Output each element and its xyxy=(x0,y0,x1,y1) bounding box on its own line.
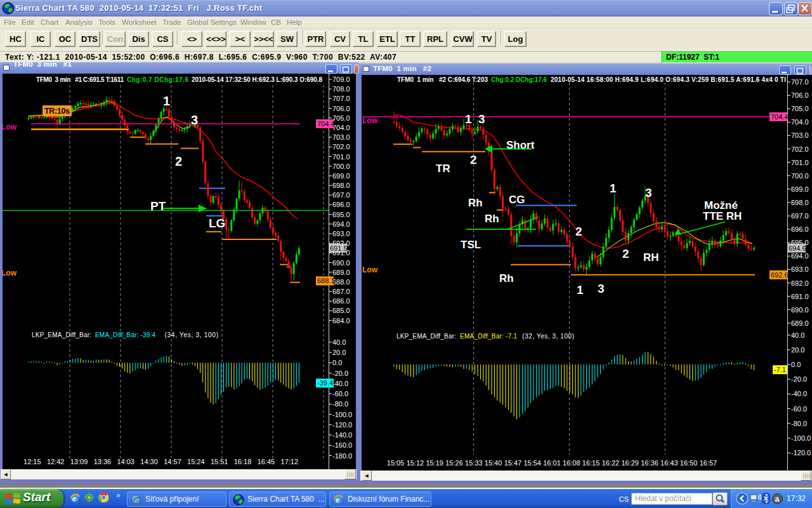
svg-text:16:15: 16:15 xyxy=(582,459,600,467)
svg-text:-60.0: -60.0 xyxy=(332,390,348,398)
svg-text:TTE RH: TTE RH xyxy=(703,210,742,222)
svg-text:-140.0: -140.0 xyxy=(332,431,352,439)
svg-text:16:29: 16:29 xyxy=(621,459,639,467)
svg-text:15:24: 15:24 xyxy=(187,458,205,465)
svg-text:Low: Low xyxy=(3,269,17,277)
svg-text:Low: Low xyxy=(362,265,378,274)
svg-text:14:30: 14:30 xyxy=(140,458,158,465)
svg-text:688.1: 688.1 xyxy=(317,277,335,284)
svg-text:EMA_Diff_Bar: -39.4: EMA_Diff_Bar: -39.4 xyxy=(95,331,155,338)
svg-text:687.0: 687.0 xyxy=(332,288,350,295)
svg-text:-39.4: -39.4 xyxy=(317,379,333,387)
svg-text:16:01: 16:01 xyxy=(543,459,561,467)
svg-text:16:50: 16:50 xyxy=(680,459,698,467)
svg-text:PT: PT xyxy=(150,199,166,213)
svg-text:701.0: 701.0 xyxy=(332,153,350,161)
svg-text:692.6: 692.6 xyxy=(771,271,789,279)
svg-text:704.4: 704.4 xyxy=(317,120,335,128)
svg-text:16:43: 16:43 xyxy=(660,459,678,467)
svg-text:15:51: 15:51 xyxy=(211,458,228,465)
svg-text:694.0: 694.0 xyxy=(791,252,809,260)
svg-text:CG: CG xyxy=(509,194,525,206)
svg-text:20.0: 20.0 xyxy=(791,346,804,354)
svg-text:2: 2 xyxy=(622,247,629,260)
svg-text:705.0: 705.0 xyxy=(332,114,350,122)
svg-text:693.0: 693.0 xyxy=(791,265,809,273)
svg-text:16:45: 16:45 xyxy=(258,458,275,465)
svg-text:691.0: 691.0 xyxy=(791,293,809,300)
svg-text:709.0: 709.0 xyxy=(332,76,350,83)
svg-text:1: 1 xyxy=(610,182,617,195)
svg-text:16:22: 16:22 xyxy=(602,459,620,467)
svg-text:702.0: 702.0 xyxy=(332,143,350,150)
svg-text:(32, Yes, 3, 100): (32, Yes, 3, 100) xyxy=(520,333,574,340)
svg-text:Rh: Rh xyxy=(499,272,514,284)
svg-text:12:42: 12:42 xyxy=(47,458,65,465)
svg-text:TR: TR xyxy=(436,163,450,175)
svg-text:40.0: 40.0 xyxy=(791,331,804,339)
svg-text:685.0: 685.0 xyxy=(332,307,350,314)
svg-text:LKP_EMA_Diff_Bar:: LKP_EMA_Diff_Bar: xyxy=(396,333,458,340)
svg-text:3: 3 xyxy=(645,186,652,199)
svg-text:-80.0: -80.0 xyxy=(791,420,807,427)
svg-text:2010-05-14 16:58:00 H:694.9 L:: 2010-05-14 16:58:00 H:694.9 L:694.0 O:69… xyxy=(551,76,786,83)
svg-text:15:12: 15:12 xyxy=(407,459,424,467)
svg-text:694.0: 694.0 xyxy=(332,220,350,228)
svg-text:15:05: 15:05 xyxy=(387,459,405,467)
svg-text:699.0: 699.0 xyxy=(332,172,350,180)
svg-text:Chg:0.2 DChg:17.6: Chg:0.2 DChg:17.6 xyxy=(491,76,547,83)
svg-text:0.0: 0.0 xyxy=(791,361,801,368)
svg-text:705.0: 705.0 xyxy=(791,105,809,112)
svg-text:701.0: 701.0 xyxy=(791,159,809,166)
svg-text:-160.0: -160.0 xyxy=(332,441,352,449)
svg-text:15:47: 15:47 xyxy=(504,459,522,467)
svg-text:691.5: 691.5 xyxy=(330,244,348,252)
svg-text:15:26: 15:26 xyxy=(445,459,463,467)
svg-text:15:40: 15:40 xyxy=(485,459,502,467)
svg-text:-40.0: -40.0 xyxy=(791,390,807,398)
svg-text:688.0: 688.0 xyxy=(332,278,350,286)
svg-text:a: a xyxy=(775,495,780,504)
svg-text:RH: RH xyxy=(643,251,659,264)
svg-text:695.0: 695.0 xyxy=(332,211,350,218)
svg-text:-120.0: -120.0 xyxy=(332,421,352,429)
svg-text:708.0: 708.0 xyxy=(332,85,350,93)
svg-text:20.0: 20.0 xyxy=(332,349,346,356)
svg-text:693.0: 693.0 xyxy=(332,230,350,237)
svg-text:689.0: 689.0 xyxy=(791,319,809,327)
svg-text:12:15: 12:15 xyxy=(23,458,41,465)
svg-text:Low: Low xyxy=(362,116,378,125)
svg-text:17:12: 17:12 xyxy=(281,458,299,465)
svg-text:704.0: 704.0 xyxy=(791,118,809,126)
svg-text:(34, Yes, 3, 100): (34, Yes, 3, 100) xyxy=(162,331,218,338)
svg-text:-20.0: -20.0 xyxy=(332,370,348,377)
svg-text:Rh: Rh xyxy=(468,197,483,209)
svg-text:2: 2 xyxy=(575,225,582,238)
svg-text:16:57: 16:57 xyxy=(700,459,717,467)
svg-text:706.0: 706.0 xyxy=(332,105,350,112)
svg-text:-60.0: -60.0 xyxy=(791,405,807,413)
svg-text:TSL: TSL xyxy=(461,239,481,251)
svg-text:704.4: 704.4 xyxy=(771,113,789,121)
svg-text:-80.0: -80.0 xyxy=(332,400,348,408)
svg-text:LKP_EMA_Diff_Bar:: LKP_EMA_Diff_Bar: xyxy=(32,331,93,338)
svg-text:e: e xyxy=(72,495,76,502)
svg-text:703.0: 703.0 xyxy=(332,133,350,141)
svg-text:699.0: 699.0 xyxy=(791,185,809,193)
svg-text:690.0: 690.0 xyxy=(332,259,350,267)
svg-text:-120.0: -120.0 xyxy=(791,449,811,457)
svg-text:686.0: 686.0 xyxy=(332,297,350,305)
svg-text:697.0: 697.0 xyxy=(791,212,809,220)
svg-text:16:08: 16:08 xyxy=(563,459,580,467)
svg-text:14:03: 14:03 xyxy=(117,458,134,465)
svg-text:2010-05-14 17:32:50 H:692.3 L:: 2010-05-14 17:32:50 H:692.3 L:690.3 O:69… xyxy=(192,76,322,83)
svg-text:2: 2 xyxy=(470,153,477,166)
svg-text:698.0: 698.0 xyxy=(332,182,350,189)
svg-text:16:36: 16:36 xyxy=(641,459,658,467)
svg-text:696.0: 696.0 xyxy=(332,201,350,208)
svg-text:TFM0 1 min #2 C:694.6 T:203: TFM0 1 min #2 C:694.6 T:203 xyxy=(397,76,488,83)
svg-text:TR:10s: TR:10s xyxy=(44,107,70,116)
svg-text:700.0: 700.0 xyxy=(332,163,350,170)
svg-text:EMA_Diff_Bar: -7.1: EMA_Diff_Bar: -7.1 xyxy=(460,333,517,340)
svg-text:1: 1 xyxy=(465,112,472,126)
